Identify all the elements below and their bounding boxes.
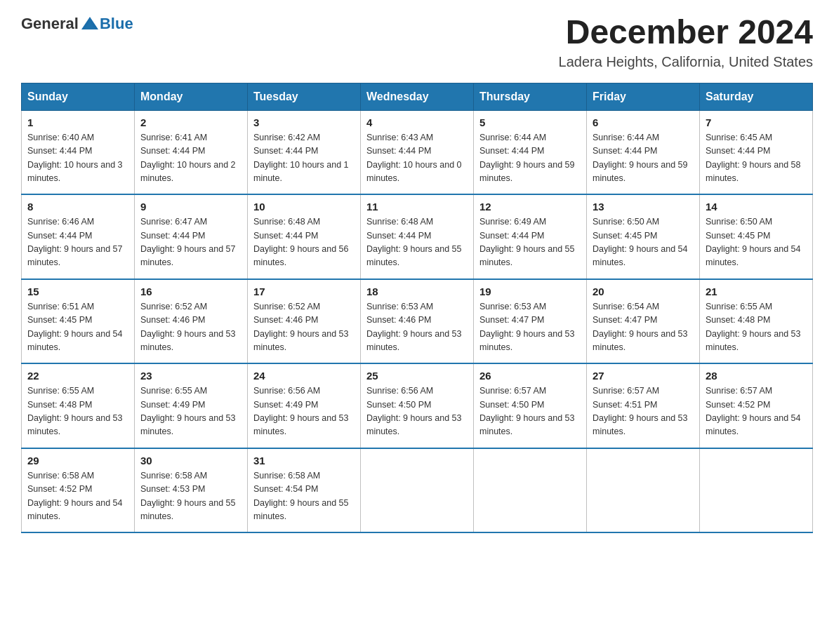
day-info: Sunrise: 6:41 AMSunset: 4:44 PMDaylight:… bbox=[140, 133, 236, 183]
day-info: Sunrise: 6:58 AMSunset: 4:54 PMDaylight:… bbox=[253, 471, 349, 521]
day-number: 25 bbox=[366, 370, 468, 382]
day-cell: 6 Sunrise: 6:44 AMSunset: 4:44 PMDayligh… bbox=[587, 110, 700, 194]
day-cell: 29 Sunrise: 6:58 AMSunset: 4:52 PMDaylig… bbox=[22, 448, 135, 533]
day-number: 30 bbox=[140, 455, 241, 467]
day-number: 2 bbox=[140, 116, 241, 128]
day-cell: 13 Sunrise: 6:50 AMSunset: 4:45 PMDaylig… bbox=[587, 194, 700, 279]
day-info: Sunrise: 6:57 AMSunset: 4:50 PMDaylight:… bbox=[479, 386, 575, 436]
day-info: Sunrise: 6:46 AMSunset: 4:44 PMDaylight:… bbox=[27, 217, 123, 267]
day-number: 3 bbox=[253, 116, 355, 128]
day-info: Sunrise: 6:56 AMSunset: 4:50 PMDaylight:… bbox=[366, 386, 462, 436]
day-number: 1 bbox=[27, 116, 128, 128]
day-number: 20 bbox=[593, 286, 694, 297]
header-cell-sunday: Sunday bbox=[22, 83, 135, 110]
day-cell bbox=[587, 448, 700, 533]
day-number: 14 bbox=[706, 201, 807, 213]
day-info: Sunrise: 6:50 AMSunset: 4:45 PMDaylight:… bbox=[593, 217, 688, 267]
day-info: Sunrise: 6:42 AMSunset: 4:44 PMDaylight:… bbox=[253, 133, 349, 183]
header-row: SundayMondayTuesdayWednesdayThursdayFrid… bbox=[22, 83, 813, 110]
day-info: Sunrise: 6:51 AMSunset: 4:45 PMDaylight:… bbox=[27, 302, 123, 352]
day-cell bbox=[474, 448, 587, 533]
day-number: 31 bbox=[253, 455, 355, 467]
day-cell: 24 Sunrise: 6:56 AMSunset: 4:49 PMDaylig… bbox=[248, 363, 361, 448]
day-number: 22 bbox=[27, 370, 128, 382]
day-cell: 14 Sunrise: 6:50 AMSunset: 4:45 PMDaylig… bbox=[700, 194, 813, 279]
day-number: 6 bbox=[593, 116, 694, 128]
calendar-title: December 2024 bbox=[559, 14, 813, 51]
day-number: 5 bbox=[479, 116, 581, 128]
day-number: 17 bbox=[253, 286, 355, 297]
logo-icon bbox=[80, 14, 100, 34]
day-info: Sunrise: 6:56 AMSunset: 4:49 PMDaylight:… bbox=[253, 386, 349, 436]
day-info: Sunrise: 6:52 AMSunset: 4:46 PMDaylight:… bbox=[253, 302, 349, 352]
day-number: 15 bbox=[27, 286, 128, 297]
day-cell: 17 Sunrise: 6:52 AMSunset: 4:46 PMDaylig… bbox=[248, 279, 361, 364]
day-number: 27 bbox=[593, 370, 694, 382]
day-info: Sunrise: 6:55 AMSunset: 4:49 PMDaylight:… bbox=[140, 386, 236, 436]
week-row-2: 8 Sunrise: 6:46 AMSunset: 4:44 PMDayligh… bbox=[22, 194, 813, 279]
day-info: Sunrise: 6:48 AMSunset: 4:44 PMDaylight:… bbox=[366, 217, 462, 267]
day-info: Sunrise: 6:53 AMSunset: 4:47 PMDaylight:… bbox=[479, 302, 575, 352]
header-cell-monday: Monday bbox=[135, 83, 248, 110]
day-cell: 31 Sunrise: 6:58 AMSunset: 4:54 PMDaylig… bbox=[248, 448, 361, 533]
title-area: December 2024 Ladera Heights, California… bbox=[559, 14, 813, 70]
day-cell: 20 Sunrise: 6:54 AMSunset: 4:47 PMDaylig… bbox=[587, 279, 700, 364]
day-number: 16 bbox=[140, 286, 241, 297]
day-info: Sunrise: 6:58 AMSunset: 4:52 PMDaylight:… bbox=[27, 471, 123, 521]
header-cell-wednesday: Wednesday bbox=[361, 83, 474, 110]
day-number: 7 bbox=[706, 116, 807, 128]
day-number: 26 bbox=[479, 370, 581, 382]
day-cell: 25 Sunrise: 6:56 AMSunset: 4:50 PMDaylig… bbox=[361, 363, 474, 448]
day-cell: 19 Sunrise: 6:53 AMSunset: 4:47 PMDaylig… bbox=[474, 279, 587, 364]
day-info: Sunrise: 6:45 AMSunset: 4:44 PMDaylight:… bbox=[706, 133, 801, 183]
day-number: 13 bbox=[593, 201, 694, 213]
day-cell: 27 Sunrise: 6:57 AMSunset: 4:51 PMDaylig… bbox=[587, 363, 700, 448]
day-cell: 11 Sunrise: 6:48 AMSunset: 4:44 PMDaylig… bbox=[361, 194, 474, 279]
calendar-body: 1 Sunrise: 6:40 AMSunset: 4:44 PMDayligh… bbox=[22, 110, 813, 532]
day-number: 21 bbox=[706, 286, 807, 297]
day-info: Sunrise: 6:47 AMSunset: 4:44 PMDaylight:… bbox=[140, 217, 236, 267]
day-number: 23 bbox=[140, 370, 241, 382]
day-cell: 22 Sunrise: 6:55 AMSunset: 4:48 PMDaylig… bbox=[22, 363, 135, 448]
day-cell: 18 Sunrise: 6:53 AMSunset: 4:46 PMDaylig… bbox=[361, 279, 474, 364]
day-number: 18 bbox=[366, 286, 468, 297]
day-info: Sunrise: 6:50 AMSunset: 4:45 PMDaylight:… bbox=[706, 217, 801, 267]
calendar-header: SundayMondayTuesdayWednesdayThursdayFrid… bbox=[22, 83, 813, 110]
day-info: Sunrise: 6:44 AMSunset: 4:44 PMDaylight:… bbox=[479, 133, 575, 183]
day-info: Sunrise: 6:58 AMSunset: 4:53 PMDaylight:… bbox=[140, 471, 236, 521]
day-number: 9 bbox=[140, 201, 241, 213]
day-cell bbox=[700, 448, 813, 533]
day-info: Sunrise: 6:48 AMSunset: 4:44 PMDaylight:… bbox=[253, 217, 349, 267]
week-row-1: 1 Sunrise: 6:40 AMSunset: 4:44 PMDayligh… bbox=[22, 110, 813, 194]
day-cell: 15 Sunrise: 6:51 AMSunset: 4:45 PMDaylig… bbox=[22, 279, 135, 364]
calendar-table: SundayMondayTuesdayWednesdayThursdayFrid… bbox=[21, 83, 813, 534]
day-cell: 2 Sunrise: 6:41 AMSunset: 4:44 PMDayligh… bbox=[135, 110, 248, 194]
week-row-3: 15 Sunrise: 6:51 AMSunset: 4:45 PMDaylig… bbox=[22, 279, 813, 364]
header-cell-thursday: Thursday bbox=[474, 83, 587, 110]
day-cell: 28 Sunrise: 6:57 AMSunset: 4:52 PMDaylig… bbox=[700, 363, 813, 448]
day-cell: 3 Sunrise: 6:42 AMSunset: 4:44 PMDayligh… bbox=[248, 110, 361, 194]
calendar-subtitle: Ladera Heights, California, United State… bbox=[559, 54, 813, 70]
day-cell: 8 Sunrise: 6:46 AMSunset: 4:44 PMDayligh… bbox=[22, 194, 135, 279]
day-cell: 10 Sunrise: 6:48 AMSunset: 4:44 PMDaylig… bbox=[248, 194, 361, 279]
header-cell-friday: Friday bbox=[587, 83, 700, 110]
day-cell: 16 Sunrise: 6:52 AMSunset: 4:46 PMDaylig… bbox=[135, 279, 248, 364]
week-row-4: 22 Sunrise: 6:55 AMSunset: 4:48 PMDaylig… bbox=[22, 363, 813, 448]
logo: General Blue bbox=[21, 14, 133, 34]
day-cell: 9 Sunrise: 6:47 AMSunset: 4:44 PMDayligh… bbox=[135, 194, 248, 279]
week-row-5: 29 Sunrise: 6:58 AMSunset: 4:52 PMDaylig… bbox=[22, 448, 813, 533]
day-number: 29 bbox=[27, 455, 128, 467]
day-cell: 1 Sunrise: 6:40 AMSunset: 4:44 PMDayligh… bbox=[22, 110, 135, 194]
day-info: Sunrise: 6:49 AMSunset: 4:44 PMDaylight:… bbox=[479, 217, 575, 267]
day-info: Sunrise: 6:44 AMSunset: 4:44 PMDaylight:… bbox=[593, 133, 688, 183]
header-cell-tuesday: Tuesday bbox=[248, 83, 361, 110]
day-number: 4 bbox=[366, 116, 468, 128]
day-cell: 21 Sunrise: 6:55 AMSunset: 4:48 PMDaylig… bbox=[700, 279, 813, 364]
day-cell: 7 Sunrise: 6:45 AMSunset: 4:44 PMDayligh… bbox=[700, 110, 813, 194]
day-info: Sunrise: 6:54 AMSunset: 4:47 PMDaylight:… bbox=[593, 302, 688, 352]
day-number: 28 bbox=[706, 370, 807, 382]
day-cell: 30 Sunrise: 6:58 AMSunset: 4:53 PMDaylig… bbox=[135, 448, 248, 533]
day-cell bbox=[361, 448, 474, 533]
day-cell: 12 Sunrise: 6:49 AMSunset: 4:44 PMDaylig… bbox=[474, 194, 587, 279]
day-info: Sunrise: 6:43 AMSunset: 4:44 PMDaylight:… bbox=[366, 133, 462, 183]
